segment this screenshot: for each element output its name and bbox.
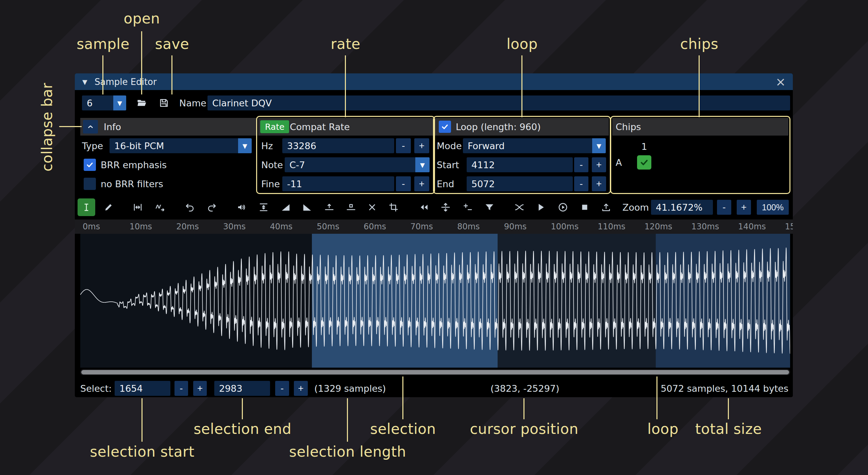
annotation-line-total-size [728,398,729,419]
timeline-tick: 50ms [317,222,339,231]
annotation-cursor-position: cursor position [470,421,578,437]
draw-tool-button[interactable] [100,198,117,216]
annotation-line-loop [521,55,522,117]
select-label: Select: [80,380,112,397]
fine-input[interactable]: -11 [282,176,394,191]
fine-increment-button[interactable]: + [414,176,429,191]
save-sample-button[interactable] [155,95,172,110]
chevron-down-icon[interactable]: ▼ [592,138,606,153]
delete-button[interactable] [363,198,381,216]
sample-number-combo[interactable]: 6 ▼ [82,95,126,110]
fade-out-icon [302,202,312,212]
chips-panel-header[interactable]: Chips [612,118,788,136]
loop-start-decrement-button[interactable]: - [574,157,588,172]
redo-button[interactable] [203,198,221,216]
loop-panel-header[interactable]: Loop (length: 960) [435,118,609,136]
selection-end-input[interactable]: 2983 [214,381,270,396]
chevron-down-icon[interactable]: ▼ [238,138,252,153]
reverse-button[interactable] [415,198,433,216]
rate-badge[interactable]: Rate [260,120,289,133]
filter-button[interactable] [481,198,498,216]
sign-invert-button[interactable] [459,198,477,216]
annotation-line-save [171,55,172,94]
fade-in-icon [281,202,291,212]
rate-header-label: Compat Rate [290,122,350,132]
chevron-down-icon[interactable]: ▼ [415,157,430,172]
trim-button[interactable] [385,198,402,216]
fade-out-button[interactable] [298,198,316,216]
waveform-canvas[interactable] [80,234,790,368]
hz-increment-button[interactable]: + [414,138,429,153]
hz-input[interactable]: 33286 [282,138,394,153]
hz-value: 33286 [287,141,316,151]
fine-value: -11 [287,179,302,189]
x-delete-icon [367,202,377,212]
selection-end-decrement-button[interactable]: - [275,381,289,396]
preview-note-button[interactable] [554,198,572,216]
loop-start-input[interactable]: 4112 [467,157,573,172]
no-brr-filters-label: no BRR filters [101,176,163,191]
resample-button[interactable] [151,198,169,216]
waveform-area[interactable] [80,234,790,368]
loop-end-increment-button[interactable]: + [592,176,606,191]
insert-silence-button[interactable] [320,198,338,216]
chevron-down-icon[interactable]: ▼ [113,95,126,110]
check-icon [639,157,649,168]
amplify-button[interactable] [233,198,250,216]
selection-start-input[interactable]: 1654 [115,381,170,396]
preview-button[interactable] [532,198,550,216]
selection-start-value: 1654 [119,383,143,394]
stop-preview-button[interactable] [576,198,594,216]
screenshot-root: open sample save rate loop chips collaps… [0,0,868,475]
loop-mode-combo[interactable]: Forward ▼ [463,138,606,153]
sample-type-combo[interactable]: 16-bit PCM ▼ [110,138,252,153]
annotation-loop: loop [506,36,538,52]
resample-icon [155,202,165,212]
sample-name-input[interactable]: Clarinet DQV [207,95,790,110]
resize-button[interactable] [129,198,147,216]
scrollbar-thumb[interactable] [81,370,789,374]
chip-enable-checkbox[interactable] [637,155,651,170]
reverse-icon [419,202,429,212]
zoom-out-button[interactable]: - [717,200,731,215]
timeline-tick: 0ms [83,222,100,231]
window-collapse-icon[interactable]: ▼ [82,78,87,86]
apply-silence-button[interactable] [342,198,360,216]
loop-start-increment-button[interactable]: + [592,157,606,172]
collapse-bar-button[interactable] [83,120,98,134]
annotation-selection-length: selection length [289,443,406,460]
undo-button[interactable] [181,198,199,216]
select-tool-button[interactable] [78,198,95,216]
fine-decrement-button[interactable]: - [396,176,411,191]
timeline-tick: 20ms [176,222,199,231]
zoom-reset-button[interactable]: 100% [757,200,789,215]
loop-end-input[interactable]: 5072 [467,176,573,191]
open-sample-button[interactable] [133,95,150,110]
make-wavetable-button[interactable] [597,198,615,216]
info-panel-header[interactable]: Info [80,118,257,136]
no-brr-filters-checkbox[interactable] [84,178,96,190]
brr-emphasis-checkbox[interactable] [84,159,96,171]
selection-start-increment-button[interactable]: + [193,381,207,396]
selection-length-text: (1329 samples) [314,380,386,397]
annotation-save: save [155,36,189,52]
note-combo[interactable]: C-7 ▼ [285,157,430,172]
loop-enable-checkbox[interactable] [439,121,451,133]
selection-end-increment-button[interactable]: + [294,381,308,396]
normalize-button[interactable] [255,198,272,216]
annotation-line-selection-end [242,398,243,419]
invert-button[interactable] [437,198,454,216]
selection-start-decrement-button[interactable]: - [174,381,188,396]
hz-decrement-button[interactable]: - [396,138,411,153]
titlebar[interactable]: ▼ Sample Editor × [75,73,793,90]
crossfade-button[interactable] [511,198,528,216]
close-icon[interactable]: × [773,73,788,90]
timeline-ruler[interactable]: 0ms10ms20ms30ms40ms50ms60ms70ms80ms90ms1… [75,219,793,234]
waveform-scrollbar[interactable] [80,369,790,375]
zoom-in-button[interactable]: + [737,200,751,215]
loop-end-decrement-button[interactable]: - [574,176,588,191]
info-panel: Info Type 16-bit PCM ▼ BRR emphasis no B… [80,118,257,192]
fade-in-button[interactable] [277,198,295,216]
zoom-input[interactable]: 41.1672% [651,200,713,215]
rate-panel-header[interactable]: Rate Compat Rate [258,118,433,136]
